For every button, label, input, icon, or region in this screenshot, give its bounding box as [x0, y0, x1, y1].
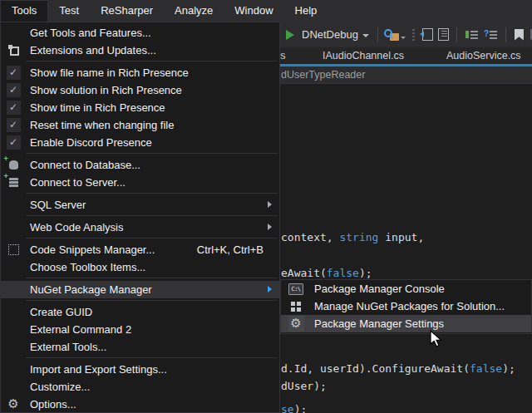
- menu-item-external-tools[interactable]: External Tools...: [1, 338, 279, 356]
- visual-studio-window: Tools Test ReSharper Analyze Window Help…: [0, 0, 532, 413]
- menu-item-choose-toolbox-items[interactable]: Choose Toolbox Items...: [1, 258, 279, 276]
- checkmark-icon: ✓: [7, 83, 21, 97]
- menu-item-external-command-2[interactable]: External Command 2: [1, 321, 279, 338]
- menu-item-create-guid[interactable]: Create GUID: [1, 303, 279, 321]
- checkmark-icon: ✓: [7, 101, 21, 115]
- code-line: se);: [281, 403, 307, 413]
- gear-icon: ⚙: [7, 398, 18, 411]
- menu-item-connect-to-database[interactable]: + Connect to Database...: [1, 156, 279, 174]
- menu-item-sql-server[interactable]: SQL Server: [1, 196, 279, 214]
- menu-item-get-tools-and-features[interactable]: Get Tools and Features...: [1, 24, 279, 42]
- find-in-files-icon[interactable]: [383, 28, 399, 42]
- code-line: d.Id, userId).ConfigureAwait(false);: [281, 362, 515, 375]
- decrease-indent-icon[interactable]: [466, 30, 478, 40]
- submenu-item-manage-nuget-packages[interactable]: Manage NuGet Packages for Solution...: [281, 297, 531, 315]
- menu-item-show-solution[interactable]: ✓ Show solution in Rich Presence: [1, 81, 279, 99]
- lines-shape: [490, 31, 497, 39]
- submenu-arrow-icon: [268, 286, 272, 293]
- menu-item-customize[interactable]: Customize...: [1, 378, 279, 396]
- menu-separator: [26, 61, 278, 61]
- submenu-arrow-icon: [268, 224, 272, 230]
- tools-menu: Get Tools and Features... Extensions and…: [0, 22, 280, 413]
- start-debug-icon[interactable]: [286, 30, 294, 40]
- menu-item-show-time[interactable]: ✓ Show time in Rich Presence: [1, 99, 279, 116]
- connect-server-icon: +: [9, 178, 18, 188]
- navigate-forward-icon[interactable]: [438, 28, 449, 41]
- menu-item-options[interactable]: ⚙ Options...: [1, 396, 279, 413]
- blue-glyph-shape: ?: [484, 29, 489, 38]
- blue-arrow-shape: [420, 32, 424, 37]
- menubar-item-tools[interactable]: Tools: [0, 0, 48, 22]
- submenu-arrow-icon: [268, 201, 272, 208]
- run-configuration-label[interactable]: DNetDebug: [302, 28, 358, 41]
- menu-item-nuget-package-manager[interactable]: NuGet Package Manager: [1, 281, 279, 298]
- tab-audioservice[interactable]: AudioService.cs: [446, 47, 521, 64]
- green-bar-shape: [466, 31, 469, 38]
- menu-separator: [26, 153, 278, 154]
- menu-item-connect-to-server[interactable]: + Connect to Server...: [1, 174, 279, 191]
- menu-item-code-snippets-manager[interactable]: Code Snippets Manager... Ctrl+K, Ctrl+B: [1, 241, 279, 258]
- menu-separator: [26, 193, 278, 194]
- menu-separator: [26, 300, 278, 301]
- checkmark-icon: ✓: [7, 118, 21, 132]
- menu-item-enable-discord-presence[interactable]: ✓ Enable Discord Presence: [1, 134, 279, 151]
- menu-separator: [26, 278, 278, 278]
- toolbar-separator: [377, 27, 378, 42]
- menu-item-reset-time[interactable]: ✓ Reset time when changing file: [1, 116, 279, 134]
- gear-icon: ⚙: [290, 317, 301, 330]
- code-line: eAwait(false);: [281, 267, 372, 279]
- menubar-item-window[interactable]: Window: [224, 0, 283, 22]
- menu-item-import-export-settings[interactable]: Import and Export Settings...: [1, 361, 279, 378]
- increase-indent-icon[interactable]: ?: [485, 30, 497, 40]
- nuget-package-manager-submenu: C:\ Package Manager Console Manage NuGet…: [280, 279, 532, 334]
- menu-item-show-file-name[interactable]: ✓ Show file name in Rich Presence: [1, 64, 279, 81]
- menu-bar: Tools Test ReSharper Analyze Window Help: [0, 0, 532, 22]
- snippets-icon: [8, 244, 19, 255]
- menubar-item-help[interactable]: Help: [284, 0, 328, 22]
- menu-item-extensions-and-updates[interactable]: Extensions and Updates...: [1, 42, 279, 59]
- console-icon: C:\: [288, 283, 303, 295]
- breadcrumb-type-label[interactable]: dUserTypeReader: [281, 66, 365, 83]
- run-config-dropdown-icon[interactable]: [362, 34, 369, 37]
- extensions-icon: [8, 45, 19, 56]
- manage-packages-icon: [291, 302, 301, 312]
- menubar-item-analyze[interactable]: Analyze: [164, 0, 224, 22]
- toolbar-separator: [505, 27, 506, 42]
- menu-separator: [26, 238, 278, 238]
- menubar-item-resharper[interactable]: ReSharper: [90, 0, 164, 22]
- code-line: dUser);: [281, 380, 327, 392]
- bookmark-icon[interactable]: [515, 29, 524, 41]
- menu-shortcut: Ctrl+K, Ctrl+B: [197, 243, 264, 256]
- menu-separator: [26, 357, 278, 358]
- navigate-backward-icon[interactable]: [422, 28, 433, 41]
- doc-lines-shape: [441, 31, 447, 38]
- toolbar-separator: [456, 27, 457, 42]
- checkmark-icon: ✓: [7, 135, 21, 150]
- find-dropdown-icon[interactable]: [401, 37, 406, 39]
- code-line: context, string input,: [281, 231, 424, 243]
- tab-iaudiochannel[interactable]: IAudioChannel.cs: [323, 47, 404, 64]
- menubar-item-test[interactable]: Test: [48, 0, 90, 22]
- checkmark-icon: ✓: [7, 66, 21, 80]
- menu-item-web-code-analysis[interactable]: Web Code Analysis: [1, 219, 279, 236]
- toolbar-grip[interactable]: [412, 29, 415, 41]
- menu-separator: [26, 215, 278, 216]
- lines-shape: [470, 31, 478, 39]
- submenu-item-package-manager-settings[interactable]: ⚙ Package Manager Settings: [281, 315, 531, 332]
- connect-database-icon: +: [9, 160, 18, 170]
- mouse-cursor: [430, 330, 443, 348]
- submenu-item-package-manager-console[interactable]: C:\ Package Manager Console: [281, 280, 531, 297]
